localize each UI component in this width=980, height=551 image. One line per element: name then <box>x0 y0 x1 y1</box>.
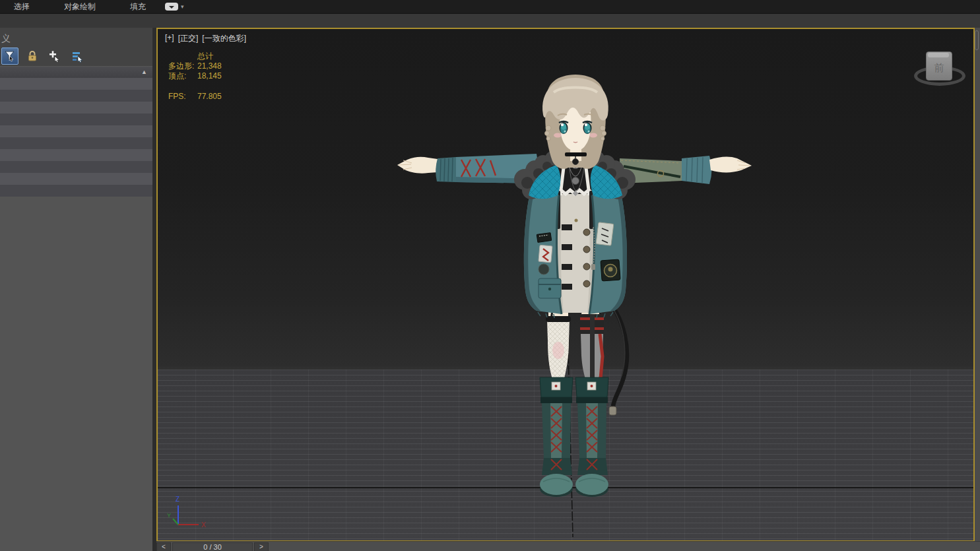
previous-frame-button[interactable]: < <box>156 542 171 551</box>
character-right-boot <box>575 377 608 497</box>
time-slider-bar: < 0 / 30 > <box>156 541 980 551</box>
right-strip-handle <box>975 30 979 50</box>
stats-fps-value: 77.805 <box>197 92 237 102</box>
character-dress <box>556 158 594 313</box>
viewcube[interactable]: 前 <box>910 51 969 98</box>
stats-polys-label: 多边形: <box>168 61 197 71</box>
flyout-caret-icon[interactable]: ▾ <box>181 2 184 11</box>
viewcube-cube[interactable]: 前 <box>926 51 952 81</box>
next-frame-button[interactable]: > <box>254 542 269 551</box>
viewport-menu-pov[interactable]: [正交] <box>178 33 199 44</box>
character-legs <box>546 302 604 379</box>
stats-verts-label: 顶点: <box>168 71 197 81</box>
viewport-menu-shading[interactable]: [一致的色彩] <box>202 33 246 44</box>
panel-toolbar <box>0 46 152 66</box>
viewport-label: [+] [正交] [一致的色彩] <box>165 33 246 44</box>
right-edge-strip <box>975 28 980 541</box>
padlock-icon <box>27 50 38 62</box>
panel-flyout-button[interactable] <box>164 2 179 11</box>
empty-list-rows <box>0 78 152 197</box>
lock-button[interactable] <box>24 48 41 65</box>
character-head <box>542 75 608 169</box>
ribbon-strip <box>0 14 980 28</box>
character-right-arm <box>620 156 752 184</box>
filter-funnel-button[interactable] <box>1 48 18 65</box>
filter-funnel-icon <box>4 50 16 62</box>
panel-title-partial: 义 <box>1 33 11 45</box>
menu-tab-populate[interactable]: 填充 <box>130 0 146 13</box>
select-by-name-icon <box>71 50 84 63</box>
stats-verts-value: 18,145 <box>197 71 237 81</box>
menu-tab-object-paint[interactable]: 对象绘制 <box>64 0 96 13</box>
character-left-boot <box>540 377 573 497</box>
left-panel: 义 <box>0 28 156 551</box>
stats-header: 总计 <box>197 51 237 61</box>
select-by-name-button[interactable] <box>69 48 86 65</box>
viewport-statistics: 总计 多边形: 21,348 顶点: 18,145 FPS: 77.805 <box>168 51 237 102</box>
viewcube-top-face[interactable] <box>928 53 949 57</box>
application-window: 选择 对象绘制 填充 ▾ 义 <box>0 0 980 551</box>
sort-ascending-icon: ▲ <box>141 69 147 76</box>
menu-tab-select[interactable]: 选择 <box>14 0 30 13</box>
panel-empty-area <box>0 197 152 551</box>
viewport[interactable]: Z X Y [+] [正交] [一致的色彩] 总计 多边形: 21,348 顶点… <box>156 28 975 541</box>
add-cursor-icon <box>49 50 61 63</box>
time-slider-handle[interactable]: 0 / 30 <box>172 542 253 551</box>
viewcube-front-label: 前 <box>934 62 944 75</box>
panel-flyout-icon <box>164 2 179 11</box>
add-highlights-button[interactable] <box>46 48 63 65</box>
list-sort-header[interactable]: ▲ <box>0 66 152 79</box>
stats-fps-label: FPS: <box>168 92 197 102</box>
viewport-menu-general[interactable]: [+] <box>165 33 174 44</box>
menubar: 选择 对象绘制 填充 ▾ <box>0 0 980 14</box>
stats-polys-value: 21,348 <box>197 61 237 71</box>
